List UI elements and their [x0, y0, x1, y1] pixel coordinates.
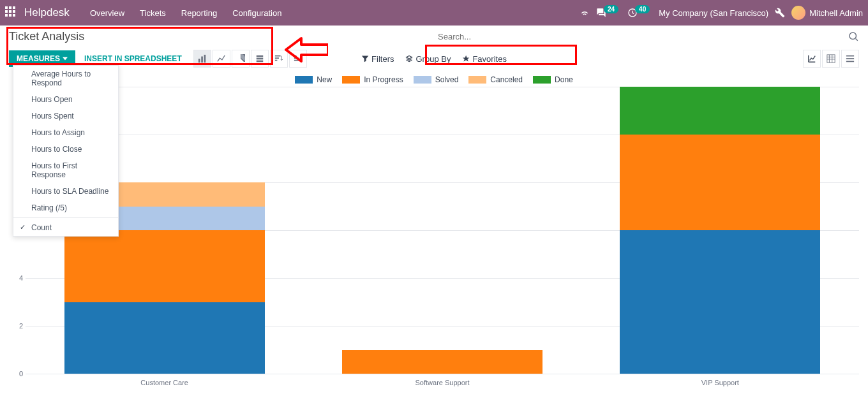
bar-segment[interactable] — [620, 87, 820, 135]
list-view-icon[interactable] — [841, 50, 859, 68]
svg-rect-17 — [846, 61, 854, 62]
tools-icon[interactable] — [775, 8, 785, 18]
brand: Helpdesk — [24, 6, 70, 19]
user-menu[interactable]: Mitchell Admin — [791, 6, 863, 20]
measures-dropdown: Average Hours to Respond Hours Open Hour… — [13, 65, 119, 237]
measure-item[interactable]: Hours to First Response — [13, 158, 118, 183]
graph-view-icon[interactable] — [803, 50, 821, 68]
svg-rect-14 — [827, 55, 835, 62]
topbar: Helpdesk Overview Tickets Reporting Conf… — [0, 0, 868, 26]
svg-rect-9 — [275, 57, 279, 59]
measure-item[interactable]: Average Hours to Respond — [13, 66, 118, 91]
svg-point-1 — [849, 33, 857, 40]
search-icon[interactable] — [848, 31, 859, 42]
measure-item[interactable]: Hours Spent — [13, 108, 118, 124]
measure-item[interactable]: Hours to Assign — [13, 124, 118, 141]
measure-count[interactable]: Count — [13, 219, 118, 236]
svg-rect-16 — [846, 58, 854, 59]
user-name: Mitchell Admin — [809, 8, 863, 18]
company-name[interactable]: My Company (San Francisco) — [659, 8, 768, 18]
avatar — [791, 6, 805, 20]
bar-segment[interactable] — [64, 302, 265, 374]
clock-icon[interactable]: 40 — [627, 8, 652, 18]
chart-legend: New In Progress Solved Canceled Done — [0, 70, 868, 87]
svg-rect-10 — [275, 60, 278, 61]
legend-item[interactable]: In Progress — [342, 75, 403, 84]
clock-badge: 40 — [635, 5, 650, 13]
nav-overview[interactable]: Overview — [82, 8, 132, 18]
measure-item[interactable]: Hours to SLA Deadline — [13, 183, 118, 200]
annotation-arrow-icon — [283, 36, 328, 64]
measure-item[interactable]: Hours to Close — [13, 141, 118, 158]
chart-area: 024681012Customer CareSoftware SupportVI… — [0, 87, 868, 392]
measure-item[interactable]: Rating (/5) — [13, 200, 118, 216]
bar-segment[interactable] — [64, 230, 265, 302]
svg-rect-15 — [846, 55, 854, 57]
nav-tickets[interactable]: Tickets — [132, 8, 174, 18]
bar-segment[interactable] — [620, 135, 820, 230]
bar-segment[interactable] — [620, 230, 820, 374]
legend-item[interactable]: Canceled — [468, 75, 523, 84]
filters-button[interactable]: Filters — [361, 54, 394, 64]
nav-reporting[interactable]: Reporting — [174, 8, 225, 18]
annotation-box — [6, 27, 273, 65]
bar-segment[interactable] — [342, 350, 542, 374]
pivot-view-icon[interactable] — [822, 50, 840, 68]
annotation-box — [425, 45, 577, 65]
nav-configuration[interactable]: Configuration — [225, 8, 289, 18]
search-input[interactable] — [438, 32, 848, 41]
chat-badge: 24 — [604, 5, 618, 13]
svg-rect-8 — [275, 55, 281, 57]
search-box[interactable] — [438, 31, 859, 42]
apps-icon[interactable] — [5, 6, 18, 19]
measure-item[interactable]: Hours Open — [13, 91, 118, 108]
chat-icon[interactable]: 24 — [596, 8, 621, 18]
legend-item[interactable]: New — [295, 75, 332, 84]
legend-item[interactable]: Done — [533, 75, 573, 84]
wifi-icon[interactable] — [580, 8, 590, 18]
legend-item[interactable]: Solved — [414, 75, 459, 84]
